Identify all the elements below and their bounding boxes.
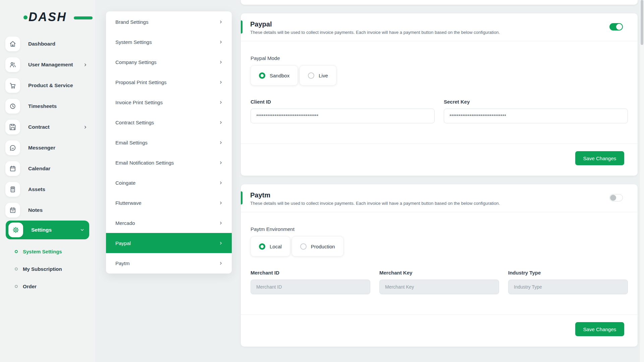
radio-option-local[interactable]: Local <box>251 236 290 256</box>
secret-key-field[interactable] <box>444 109 628 123</box>
bullet-icon <box>15 267 18 270</box>
menu-item-label: Mercado <box>115 220 135 226</box>
paytm-card-header: Paytm These details will be used to coll… <box>241 184 638 212</box>
chevron-right-icon <box>219 181 223 185</box>
floppy-icon <box>5 120 20 134</box>
previous-card-edge <box>241 0 638 5</box>
menu-item-email-settings[interactable]: Email Settings <box>106 132 232 153</box>
menu-item-label: Paytm <box>115 260 130 266</box>
menu-item-coingate[interactable]: Coingate <box>106 173 232 193</box>
paytm-fields: Merchant ID Merchant Key Industry Type <box>251 270 628 294</box>
industry-type-label: Industry Type <box>508 270 628 276</box>
menu-item-company-settings[interactable]: Company Settings <box>106 52 232 72</box>
client-id-field[interactable] <box>251 109 435 123</box>
sidebar-item-label: Product & Service <box>28 82 88 88</box>
sub-item-label: System Settings <box>23 249 62 254</box>
menu-item-paypal[interactable]: Paypal <box>106 233 232 253</box>
sidebar-item-label: Assets <box>28 186 88 192</box>
paypal-save-button[interactable]: Save Changes <box>575 151 624 165</box>
sidebar-item-label: Calendar <box>28 166 88 172</box>
gear-icon <box>8 223 23 237</box>
sidebar-nav: Dashboard User Management Product & Serv… <box>0 34 95 295</box>
paypal-mode-label: Paypal Mode <box>251 55 628 61</box>
radio-option-label: Production <box>311 244 335 249</box>
scrollbar-thumb[interactable] <box>641 0 643 45</box>
sidebar-item-label: Notes <box>28 207 88 213</box>
main-content: Paypal These details will be used to col… <box>241 0 638 362</box>
paytm-save-button[interactable]: Save Changes <box>575 322 624 336</box>
sidebar: DASH Dashboard User Management <box>0 0 95 362</box>
chevron-right-icon <box>219 241 223 245</box>
radio-option-production[interactable]: Production <box>292 236 343 256</box>
menu-item-label: Contract Settings <box>115 120 154 125</box>
paypal-card-footer: Save Changes <box>241 143 638 176</box>
paytm-environment-options: Local Production <box>251 236 628 256</box>
merchant-id-field[interactable] <box>251 280 370 294</box>
menu-item-contract-settings[interactable]: Contract Settings <box>106 112 232 132</box>
industry-type-field[interactable] <box>508 280 628 294</box>
paypal-card: Paypal These details will be used to col… <box>241 13 638 176</box>
settings-menu: Brand Settings System Settings Company S… <box>106 11 232 274</box>
secret-key-group: Secret Key <box>444 99 628 123</box>
menu-item-label: Proposal Print Settings <box>115 79 167 85</box>
bullet-icon <box>15 250 18 253</box>
chevron-right-icon <box>219 80 223 84</box>
cart-icon <box>5 78 20 93</box>
menu-item-mercado[interactable]: Mercado <box>106 213 232 233</box>
radio-selected-icon <box>259 72 265 79</box>
toggle-knob <box>616 24 622 30</box>
app-root: DASH Dashboard User Management <box>0 0 644 362</box>
chevron-right-icon <box>219 60 223 64</box>
chevron-right-icon <box>219 100 223 105</box>
sidebar-item-assets[interactable]: Assets <box>0 179 95 200</box>
sidebar-item-label: Settings <box>31 227 80 233</box>
sidebar-item-messenger[interactable]: Messenger <box>0 137 95 158</box>
sidebar-item-product-service[interactable]: Product & Service <box>0 75 95 96</box>
radio-selected-icon <box>259 243 265 250</box>
settings-menu-column: Brand Settings System Settings Company S… <box>106 0 232 362</box>
calendar-icon <box>5 161 20 176</box>
logo-text: DASH <box>29 10 67 24</box>
sidebar-item-settings[interactable]: Settings <box>6 221 89 239</box>
chevron-right-icon <box>83 63 88 67</box>
radio-option-live[interactable]: Live <box>300 65 336 85</box>
radio-option-sandbox[interactable]: Sandbox <box>251 65 298 85</box>
sidebar-item-dashboard[interactable]: Dashboard <box>0 34 95 54</box>
menu-item-flutterwave[interactable]: Flutterwave <box>106 193 232 213</box>
sidebar-item-user-management[interactable]: User Management <box>0 54 95 75</box>
merchant-id-group: Merchant ID <box>251 270 370 294</box>
paypal-title: Paypal <box>250 20 623 28</box>
sidebar-subitem-my-subscription[interactable]: My Subscription <box>0 260 95 278</box>
home-icon <box>5 37 20 51</box>
users-icon <box>5 57 20 72</box>
paytm-enabled-toggle[interactable] <box>609 194 623 201</box>
sub-item-label: Order <box>23 284 37 289</box>
paypal-enabled-toggle[interactable] <box>609 23 623 31</box>
sidebar-item-timesheets[interactable]: Timesheets <box>0 96 95 117</box>
merchant-id-label: Merchant ID <box>251 270 370 276</box>
menu-item-label: Email Settings <box>115 140 148 145</box>
sidebar-item-calendar[interactable]: Calendar <box>0 158 95 179</box>
notes-icon <box>5 203 20 218</box>
merchant-key-field[interactable] <box>379 280 499 294</box>
radio-option-label: Live <box>319 73 328 78</box>
menu-item-paytm[interactable]: Paytm <box>106 253 232 273</box>
industry-type-group: Industry Type <box>508 270 628 294</box>
sidebar-subitem-order[interactable]: Order <box>0 278 95 295</box>
sidebar-item-contract[interactable]: Contract <box>0 117 95 137</box>
client-id-group: Client ID <box>251 99 435 123</box>
menu-item-invoice-print-settings[interactable]: Invoice Print Settings <box>106 92 232 112</box>
bullet-icon <box>15 285 18 288</box>
sidebar-subitem-system-settings[interactable]: System Settings <box>0 243 95 260</box>
page-scrollbar[interactable] <box>640 0 644 362</box>
menu-item-system-settings[interactable]: System Settings <box>106 32 232 52</box>
clock-icon <box>5 99 20 114</box>
radio-option-label: Sandbox <box>270 73 289 78</box>
menu-item-email-notification-settings[interactable]: Email Notification Settings <box>106 153 232 173</box>
logo-dash-icon <box>74 16 93 19</box>
paytm-card-footer: Save Changes <box>241 314 638 347</box>
menu-item-brand-settings[interactable]: Brand Settings <box>106 12 232 32</box>
menu-item-proposal-print-settings[interactable]: Proposal Print Settings <box>106 72 232 92</box>
menu-item-label: Email Notification Settings <box>115 160 174 166</box>
sidebar-item-notes[interactable]: Notes <box>0 200 95 221</box>
